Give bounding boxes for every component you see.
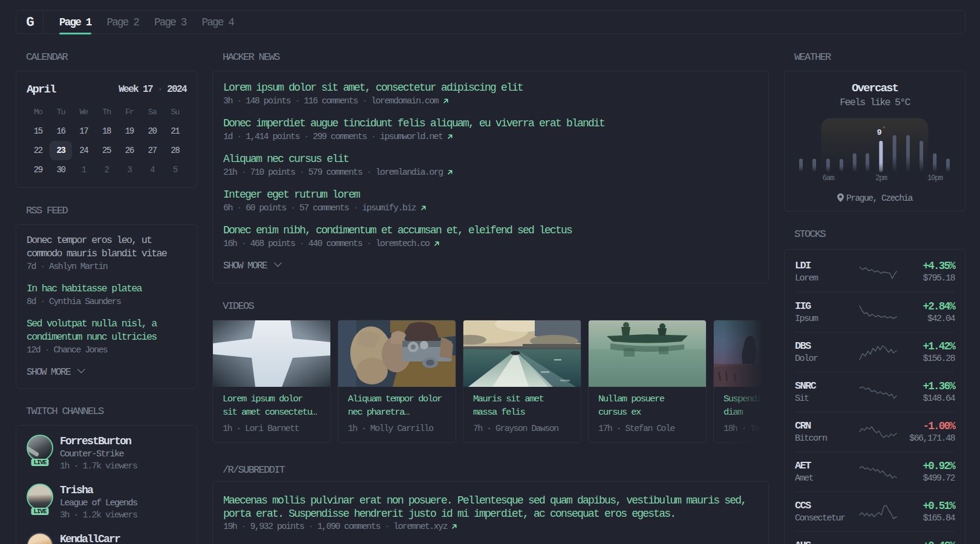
svg-text:10pm: 10pm [927,174,943,183]
svg-text:°: ° [883,126,886,132]
svg-text:6am: 6am [822,174,834,183]
svg-text:2pm: 2pm [875,174,887,183]
